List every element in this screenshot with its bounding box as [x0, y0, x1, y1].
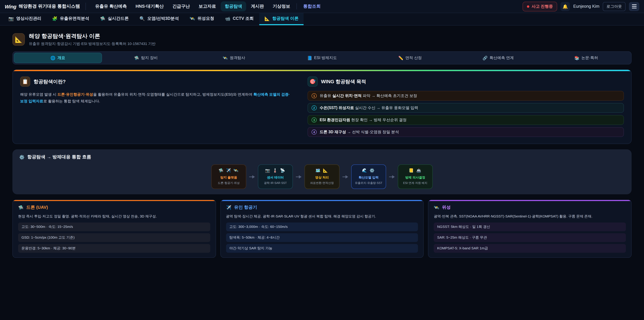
nav-item-hns-diffusion[interactable]: HNS·대기확산 — [132, 1, 168, 12]
number-circle-icon: 2 — [312, 105, 317, 110]
tab-label: 확산예측 연계 — [490, 55, 514, 60]
books-icon: 📚 — [574, 56, 580, 60]
flow-step-image-processing: 🗺️ 📐 영상 처리 좌표변환·면적산정 — [304, 164, 340, 189]
tab-overview[interactable]: 🌐 개요 — [14, 53, 102, 63]
notification-bell-button[interactable]: 🔔 — [560, 2, 570, 11]
highlight-platforms: 드론·유인항공기·위성 — [57, 92, 93, 96]
tab-label: 논문·특허 — [582, 55, 598, 60]
platform-card-satellite: 🛰️ 위성 광역·반복 관측. SST(NOAA AVHRR·NGSST)·SA… — [428, 200, 632, 258]
clipboard-icon: 📋 — [20, 77, 30, 87]
spec-row: 운용반경: 5~30km · 체공: 30~90분 — [18, 244, 210, 253]
intro-paragraph: 해양 유류오염 발생 시 드론·유인항공기·위성을 활용하여 유출유의 위치·면… — [20, 91, 292, 105]
platform-icons: 🛸 ✈️ 🛰️ — [213, 168, 244, 173]
tab-area-calculation[interactable]: ✏️ 면적 산정 — [366, 53, 454, 63]
video-camera-icon: 📹 — [225, 16, 230, 21]
spec-row: KOMPSAT-5: X-band SAR 1m급 — [434, 244, 626, 253]
ledger-ship-icons: 📒 🚢 — [400, 168, 431, 173]
globe-icon: 🌐 — [50, 56, 56, 60]
platform-description: 광역·반복 관측. SST(NOAA AVHRR·NGSST)·SAR(Sent… — [434, 213, 626, 219]
goal-item: 2 수온(SST) 위성자료 실시간 수신 → 유출유 풍화모델 입력 — [308, 103, 624, 113]
spec-row: SAR: 5~25m 해상도 · 구름 무관 — [434, 233, 626, 242]
flow-step-detection-platform: 🛸 ✈️ 🛰️ 탐지 플랫폼 드론·항공기·위성 — [211, 164, 246, 189]
subnav-item-aerial-search-theory[interactable]: 📐 항공탐색 이론 — [260, 13, 304, 25]
red-dot-icon — [527, 5, 529, 8]
tab-label: 면적 산정 — [405, 55, 422, 60]
overview-card: 📋 항공탐색이란? 해양 유류오염 발생 시 드론·유인항공기·위성을 활용하여… — [12, 70, 632, 144]
intro-section: 📋 항공탐색이란? 해양 유류오염 발생 시 드론·유인항공기·위성을 활용하여… — [20, 77, 292, 137]
flow-arrow-icon — [249, 175, 255, 178]
tab-detection-equipment[interactable]: 🛸 탐지 장비 — [102, 53, 190, 63]
flow-arrow-icon — [389, 175, 395, 178]
gradient-top-border — [13, 70, 631, 71]
pencil-icon: ✏️ — [398, 56, 403, 60]
drone-icon: 🛸 — [18, 205, 24, 210]
nav-item-aerial-search[interactable]: 항공탐색 — [221, 1, 246, 12]
flow-arrow-icon — [296, 175, 302, 178]
incident-status-badge: 사고 진행중 — [522, 2, 557, 11]
spec-row: NGSST: 5km 해상도 · 일 1회 갱신 — [434, 222, 626, 231]
subnav-label: 위성요청 — [198, 16, 214, 22]
satellite-icon: 🛰️ — [223, 56, 228, 60]
ufo-icon: 🛸 — [134, 56, 139, 60]
subnav-item-spill-area-analysis[interactable]: 🧩 유출유면적분석 — [47, 13, 94, 25]
section-tab-strip: 🌐 개요 🛸 탐지 장비 🛰️ 원격탐사 📘 ESI 방제지도 ✏️ 면적 산정… — [12, 51, 632, 65]
nav-item-board[interactable]: 게시판 — [247, 1, 268, 12]
nav-item-emergency-rescue[interactable]: 긴급구난 — [168, 1, 194, 12]
flow-panel: ⚙️ 항공탐색 → 방제대응 통합 흐름 🛸 ✈️ 🛰️ 탐지 플랫폼 드론·항… — [12, 149, 632, 194]
page-subtitle: 유출유 원격탐지·항공감시 기법·ESI 방제정보지도·등록특허 10-1567… — [29, 41, 156, 46]
page-titles: 해양 항공탐색·원격탐사 이론 유출유 원격탐지·항공감시 기법·ESI 방제정… — [29, 33, 156, 46]
hamburger-menu-button[interactable] — [629, 2, 639, 11]
platform-cards: 🛸 드론 (UAV) 현장 즉시 투입·저고도 정밀 촬영. 광학·적외선 카메… — [12, 200, 632, 258]
flow-step-sensor-data: 📷 🌡️ 📡 센서 데이터 광학·IR·SAR·SST — [258, 164, 293, 189]
tab-remote-sensing[interactable]: 🛰️ 원격탐사 — [190, 53, 278, 63]
nav-item-weather[interactable]: 기상정보 — [269, 1, 294, 12]
subnav-item-image-photo-management[interactable]: 📷 영상사진관리 — [3, 13, 46, 25]
page-title: 해양 항공탐색·원격탐사 이론 — [29, 33, 156, 40]
page-triangle-ruler-icon: 📐 — [12, 33, 25, 46]
tab-label: ESI 방제지도 — [314, 55, 337, 60]
number-circle-icon: 1 — [312, 93, 317, 98]
top-header: Wing 해양환경 위기대응 통합시스템 유출유 확산예측 HNS·대기확산 긴… — [0, 0, 644, 13]
camera-icon: 📷 — [8, 16, 14, 21]
tab-label: 탐지 장비 — [141, 55, 158, 60]
goals-section: 🎯 WING 항공탐색 목적 1 유출유 실시간 위치·면적 파악 → 확산예측… — [308, 77, 624, 137]
subnav-item-cctv[interactable]: 📹 CCTV 조회 — [220, 13, 258, 25]
tab-forecast-link[interactable]: 🔗 확산예측 연계 — [454, 53, 542, 63]
bell-icon: 🔔 — [562, 4, 568, 9]
tab-papers-patents[interactable]: 📚 논문·특허 — [542, 53, 630, 63]
spec-row: 탐색폭: 5~50km · 체공: 4~8시간 — [226, 233, 418, 242]
magnifier-icon: 🔍 — [139, 16, 145, 21]
subnav-item-realtime-drone[interactable]: 🛸 실시간드론 — [95, 13, 134, 25]
incident-status-label: 사고 진행중 — [532, 4, 553, 9]
subnav-item-pollution-ship-3d[interactable]: 🔍 오염/선박3D분석 — [134, 13, 184, 25]
spec-row: 야간·악기상 SAR 탐지 가능 — [226, 244, 418, 253]
tab-label: 원격탐사 — [230, 55, 245, 60]
goal-item: 1 유출유 실시간 위치·면적 파악 → 확산예측 초기조건 보정 — [308, 91, 624, 101]
app-title: 해양환경 위기대응 통합시스템 — [18, 3, 80, 10]
platform-title: 유인 항공기 — [234, 204, 257, 210]
tab-esi-map[interactable]: 📘 ESI 방제지도 — [278, 53, 366, 63]
platform-description: 현장 즉시 투입·저고도 정밀 촬영. 광학·적외선 카메라 탑재, 실시간 영… — [18, 213, 210, 219]
sub-nav: 📷 영상사진관리 🧩 유출유면적분석 🛸 실시간드론 🔍 오염/선박3D분석 🛰… — [0, 13, 644, 26]
platform-title: 위성 — [442, 204, 451, 210]
hamburger-icon — [632, 4, 636, 5]
goal-item: 3 ESI 환경민감자원 현장 확인 → 방제 우선순위 결정 — [308, 115, 624, 125]
airplane-icon: ✈️ — [226, 205, 231, 210]
subnav-label: 실시간드론 — [108, 16, 129, 22]
spec-row: 고도: 300~3,000m · 속도: 60~150m/s — [226, 222, 418, 231]
logout-button[interactable]: 로그아웃 — [603, 2, 626, 11]
nav-item-integrated-search[interactable]: 통합조회 — [299, 1, 325, 12]
nav-item-oil-spill-forecast[interactable]: 유출유 확산예측 — [91, 1, 131, 12]
blue-book-icon: 📘 — [307, 56, 312, 60]
satellite-icon: 🛰️ — [434, 205, 439, 210]
subnav-item-satellite-request[interactable]: 🛰️ 위성요청 — [185, 13, 219, 25]
tab-label: 개요 — [58, 55, 65, 60]
link-icon: 🔗 — [482, 56, 488, 60]
nav-item-reports[interactable]: 보고자료 — [194, 1, 220, 12]
platform-card-manned-aircraft: ✈️ 유인 항공기 광역 탐색·장시간 체공. 광학·IR·SAR·SLAR·U… — [220, 200, 424, 258]
subnav-label: CCTV 조회 — [233, 16, 254, 22]
subnav-label: 유출유면적분석 — [60, 16, 89, 22]
satellite-icon: 🛰️ — [190, 16, 195, 21]
brand-logo[interactable]: Wing 해양환경 위기대응 통합시스템 — [5, 3, 86, 10]
platform-title: 드론 (UAV) — [26, 204, 48, 210]
